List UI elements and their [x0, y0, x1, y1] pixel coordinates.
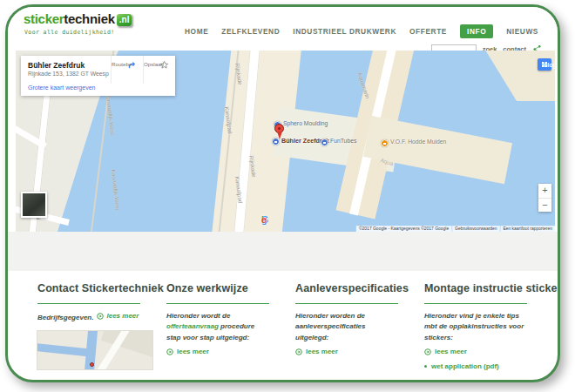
card-actions: Routebe.. Opslaan	[111, 56, 175, 84]
directions-button[interactable]: Routebe..	[111, 56, 143, 84]
map-zoom-control: + −	[538, 184, 551, 212]
street-label: Kanaaldijk-West	[111, 169, 121, 210]
circle-arrow-icon	[166, 348, 173, 355]
title-underline	[295, 303, 398, 304]
circle-arrow-icon	[295, 348, 302, 355]
map-pin-marker[interactable]	[274, 124, 285, 141]
column-contact: Contact Stickertechniek Bedrijfsgegeven.…	[37, 282, 140, 370]
poi-label[interactable]: V.O.F. Hodde Muiden	[390, 139, 446, 145]
google-map[interactable]: Rijnkade Kanaalpad Rijnkade Kanaalpad Ka…	[16, 51, 555, 232]
street-label: Kanaaldijk-West	[105, 94, 116, 135]
zoom-out-button[interactable]: −	[538, 198, 551, 212]
zoom-in-button[interactable]: +	[538, 184, 551, 198]
column-werkwijze: Onze werkwijze Hieronder wordt de offert…	[166, 282, 269, 370]
card-address: Rijnkade 153, 1382 GT Weesp	[28, 71, 109, 77]
streetview-thumbnail[interactable]	[21, 192, 47, 218]
column-body: Hieronder worden de aanleverspecificatie…	[295, 311, 398, 343]
device-frame: stickertechniek.nl Voor alle duidelijkhe…	[5, 4, 560, 382]
directions-label: Routebe..	[112, 61, 135, 67]
terms-link[interactable]: Gebruiksvoorwaarden	[452, 226, 500, 232]
lees-meer-link[interactable]: lees meer	[295, 348, 398, 355]
copyright-text: ©2017 Google - Kaartgegevens ©2017 Googl…	[356, 226, 451, 232]
main-nav: HOME ZELFKLEVEND INDUSTRIEEL DRUKWERK OF…	[185, 24, 538, 38]
map-attribution: ©2017 Google - Kaartgegevens ©2017 Googl…	[356, 226, 555, 232]
lees-meer-link[interactable]: lees meer	[97, 311, 139, 321]
circle-arrow-icon	[424, 348, 431, 355]
poi-label[interactable]: Sphero Moulding	[283, 120, 328, 126]
save-label: Opslaan	[144, 61, 164, 67]
title-underline	[37, 303, 140, 304]
nav-item-industrieel-drukwerk[interactable]: INDUSTRIEEL DRUKWERK	[293, 27, 396, 36]
site-header: stickertechniek.nl Voor alle duidelijkhe…	[8, 7, 558, 51]
nav-item-info[interactable]: INFO	[460, 24, 493, 38]
map-land-patch	[363, 116, 512, 185]
signin-label: Inloggen	[542, 62, 555, 68]
logo-nl-badge: .nl	[117, 14, 132, 26]
report-error-link[interactable]: Een kaartfout rapporteren	[500, 226, 555, 232]
site-logo[interactable]: stickertechniek.nl	[24, 11, 132, 27]
thumbnail-marker	[90, 362, 94, 367]
column-body: Bedrijfsgegeven.lees meer	[37, 311, 140, 324]
larger-map-link[interactable]: Grotere kaart weergeven	[28, 84, 95, 91]
poi-icon-vof[interactable]	[381, 139, 389, 147]
column-montage: Montage instructie stickers Hieronder vi…	[424, 282, 527, 370]
save-button[interactable]: Opslaan	[143, 56, 175, 84]
title-underline	[166, 303, 269, 304]
column-body: Hieronder vind je enkele tips mbt de opp…	[424, 311, 527, 343]
column-title: Onze werkwijze	[166, 282, 269, 294]
nav-item-offerte[interactable]: OFFERTE	[409, 27, 447, 36]
column-title: Aanleverspecificaties	[295, 282, 398, 294]
site-tagline: Voor alle duidelijkheid!	[24, 29, 115, 36]
lees-meer-link[interactable]: lees meer	[166, 348, 269, 355]
poi-label[interactable]: FunTubes	[330, 138, 356, 144]
title-underline	[424, 303, 527, 304]
contact-map-thumbnail[interactable]	[37, 331, 152, 369]
bullet-icon	[424, 365, 427, 368]
column-body: Hieronder wordt de offerteaanvraag proce…	[166, 311, 269, 343]
wet-application-pdf-link[interactable]: wet application (pdf)	[424, 362, 527, 370]
info-columns: Contact Stickertechniek Bedrijfsgegeven.…	[37, 282, 527, 370]
nav-item-zelfklevend[interactable]: ZELFKLEVEND	[221, 27, 280, 36]
map-signin-button[interactable]: Inloggen	[538, 58, 551, 71]
section-divider-band	[8, 232, 558, 271]
logo-text-green: sticker	[24, 11, 64, 26]
nav-item-nieuws[interactable]: NIEUWS	[506, 27, 538, 36]
logo-text-dark: techniek	[64, 11, 114, 26]
nav-item-home[interactable]: HOME	[185, 27, 208, 36]
column-aanleverspecificaties: Aanleverspecificaties Hieronder worden d…	[295, 282, 398, 370]
offerteaanvraag-link[interactable]: offerteaanvraag	[166, 322, 219, 330]
map-info-card: Bühler Zeefdruk Rijnkade 153, 1382 GT We…	[21, 56, 175, 96]
card-title: Bühler Zeefdruk	[28, 61, 85, 70]
circle-arrow-icon	[97, 313, 104, 320]
column-title: Montage instructie stickers	[424, 282, 527, 294]
poi-icon-funtubes[interactable]	[321, 139, 328, 146]
column-title: Contact Stickertechniek	[37, 282, 140, 294]
lees-meer-link[interactable]: lees meer	[424, 348, 527, 355]
